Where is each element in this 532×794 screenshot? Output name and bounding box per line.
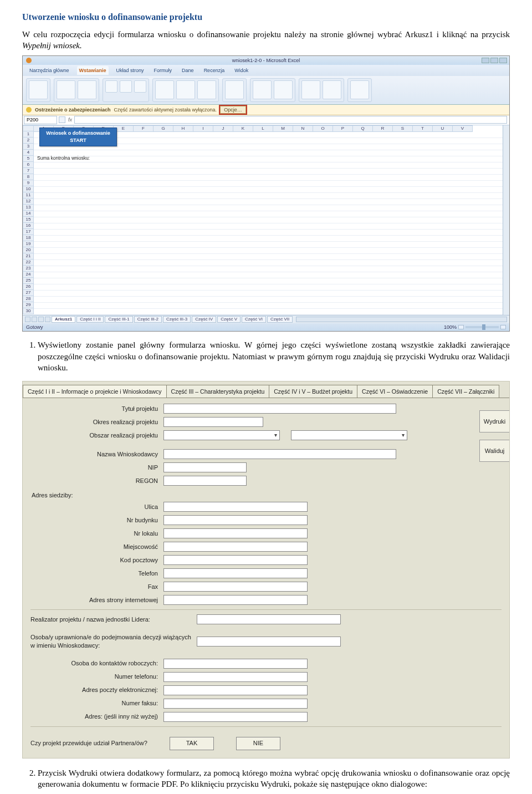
namebox-dropdown-icon bbox=[59, 116, 65, 123]
intro-emphasis: Wypełnij wniosek. bbox=[22, 41, 82, 50]
col-header: T bbox=[413, 125, 433, 132]
select-obszar-1 bbox=[163, 430, 280, 440]
row-header: 5 bbox=[23, 156, 34, 162]
label-ulica: Ulica bbox=[30, 503, 163, 511]
label-adres-siedziby: Adres siedziby: bbox=[32, 491, 502, 500]
fx-icon: fx bbox=[68, 116, 72, 123]
col-header: I bbox=[193, 125, 213, 132]
row-headers: 1 2 3 4 5 6 7 8 9 10 11 12 13 14 15 16 1… bbox=[23, 125, 34, 315]
zoom-slider bbox=[466, 326, 499, 328]
label-tel: Telefon bbox=[30, 569, 163, 578]
ribbon-button-icon bbox=[57, 80, 75, 99]
warning-label: Ostrzeżenie o zabezpieczeniach bbox=[35, 106, 111, 113]
input-kod bbox=[163, 555, 308, 565]
grid-cells bbox=[34, 132, 509, 315]
row-header: 19 bbox=[23, 241, 34, 247]
step-list: Wyświetlony zostanie panel główny formul… bbox=[38, 339, 510, 373]
ribbon-button-icon bbox=[29, 80, 48, 99]
col-header: G bbox=[154, 125, 173, 132]
zoom-in-icon bbox=[500, 325, 506, 329]
worksheet: 1 2 3 4 5 6 7 8 9 10 11 12 13 14 15 16 1… bbox=[23, 125, 509, 315]
label-nrbud: Nr budynku bbox=[30, 516, 163, 525]
excel-screenshot: wniosek1-2-0 - Microsoft Excel Narzędzia… bbox=[22, 55, 510, 332]
step-2: Przycisk Wydruki otwiera dodatkowy formu… bbox=[38, 767, 510, 790]
label-fax: Fax bbox=[30, 583, 163, 591]
label-regon: REGON bbox=[30, 477, 163, 485]
zoom-out-icon bbox=[458, 325, 464, 329]
intro-paragraph: W celu rozpoczęcia edycji formularza wni… bbox=[22, 29, 510, 52]
checksum-label: Suma kontrolna wniosku: bbox=[37, 155, 90, 161]
sheet-tabs: Arkusz1 Część I i II Część III-1 Część I… bbox=[23, 315, 509, 324]
ribbon-button-icon bbox=[105, 80, 117, 93]
section-heading: Utworzenie wniosku o dofinansowanie proj… bbox=[22, 11, 510, 23]
row-header: 12 bbox=[23, 198, 34, 205]
row-header: 23 bbox=[23, 266, 34, 272]
sheet-tab: Część IV bbox=[192, 316, 216, 323]
sheet-nav-last-icon bbox=[45, 317, 50, 322]
sheet-nav-prev-icon bbox=[32, 317, 37, 322]
no-button: NIE bbox=[236, 737, 280, 750]
label-numfax: Numer faksu: bbox=[30, 699, 163, 708]
divider bbox=[30, 726, 502, 727]
form-tab: Część III – Charakterystyka projektu bbox=[166, 385, 270, 398]
row-header: 21 bbox=[23, 253, 34, 259]
col-header: M bbox=[273, 125, 293, 132]
yes-button: TAK bbox=[170, 737, 214, 750]
row-header: 26 bbox=[23, 284, 34, 290]
status-text: Gotowy bbox=[26, 324, 43, 330]
input-realizator bbox=[197, 614, 341, 624]
ribbon-tab-active: Wstawianie bbox=[77, 66, 109, 75]
ribbon-button-icon bbox=[274, 80, 293, 99]
warning-text: Część zawartości aktywnej została wyłącz… bbox=[114, 106, 217, 113]
input-ulica bbox=[163, 502, 308, 512]
maximize-icon bbox=[490, 58, 498, 63]
ribbon-tab: Formuły bbox=[152, 66, 175, 75]
row-header: 27 bbox=[23, 290, 34, 296]
input-nazwa bbox=[163, 449, 396, 459]
row-header: 10 bbox=[23, 186, 34, 192]
ribbon-button-icon bbox=[253, 80, 272, 99]
row-header: 4 bbox=[23, 150, 34, 156]
label-obszar: Obszar realizacji projektu bbox=[30, 431, 163, 440]
ribbon-button-icon bbox=[120, 80, 132, 93]
options-button: Opcje… bbox=[220, 106, 246, 114]
label-realizator: Realizator projektu / nazwa jednostki Li… bbox=[30, 615, 197, 624]
label-adres-inny: Adres: (jeśli inny niż wyżej) bbox=[30, 712, 163, 721]
label-nazwa: Nazwa Wnioskodawcy bbox=[30, 450, 163, 459]
col-header: J bbox=[213, 125, 233, 132]
input-miejsc bbox=[163, 542, 308, 552]
formula-bar-row: P200 fx bbox=[23, 115, 509, 125]
label-numtel: Numer telefonu: bbox=[30, 673, 163, 681]
input-www bbox=[163, 595, 308, 605]
col-header: F bbox=[134, 125, 154, 132]
row-header: 3 bbox=[23, 144, 34, 150]
col-header: K bbox=[233, 125, 253, 132]
start-button-line1: Wniosek o dofinansowanie bbox=[46, 130, 110, 136]
col-header: H bbox=[173, 125, 193, 132]
input-nrbud bbox=[163, 515, 308, 525]
input-nip bbox=[163, 462, 247, 472]
input-osoba-dec bbox=[197, 637, 341, 647]
row-header: 24 bbox=[23, 272, 34, 278]
sheet-tab: Część III-1 bbox=[105, 316, 132, 323]
ribbon-tab: Narzędzia główne bbox=[27, 66, 71, 75]
horizontal-scrollbar bbox=[296, 317, 507, 322]
step-list-cont: Przycisk Wydruki otwiera dodatkowy formu… bbox=[38, 767, 510, 790]
sheet-tab: Część V bbox=[217, 316, 241, 323]
excel-statusbar: Gotowy 100% bbox=[23, 323, 509, 331]
row-header: 15 bbox=[23, 217, 34, 223]
warning-icon bbox=[26, 107, 32, 113]
formula-bar bbox=[74, 116, 507, 124]
sheet-tab: Część VI bbox=[242, 316, 266, 323]
col-header: U bbox=[433, 125, 453, 132]
label-osoba-dec: Osoba/y uprawniona/e do podejmowania dec… bbox=[30, 633, 197, 650]
row-header: 30 bbox=[23, 308, 34, 314]
input-fax bbox=[163, 582, 308, 592]
ribbon-button-icon bbox=[134, 80, 146, 93]
col-header: O bbox=[313, 125, 333, 132]
col-header: V bbox=[453, 125, 473, 132]
row-header: 8 bbox=[23, 174, 34, 180]
zoom-value: 100% bbox=[444, 324, 457, 330]
close-icon bbox=[499, 58, 507, 63]
input-nrlok bbox=[163, 528, 308, 538]
